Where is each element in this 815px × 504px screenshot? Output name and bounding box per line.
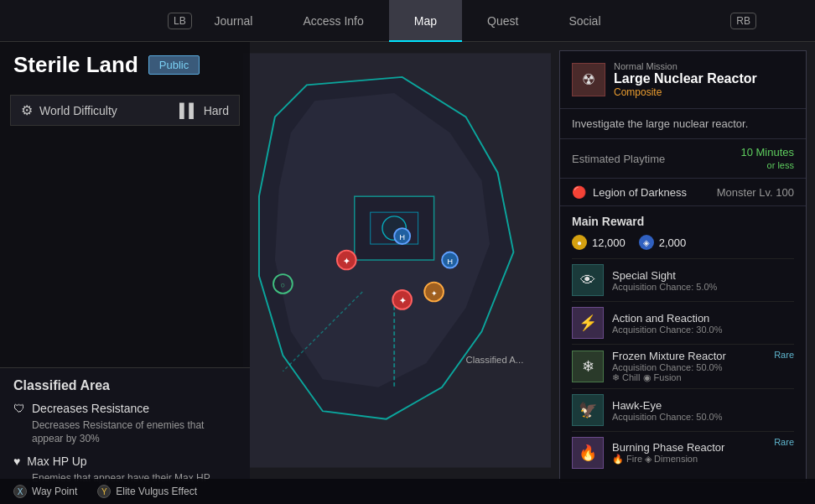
svg-text:○: ○	[281, 280, 286, 289]
classified-area-title: Classified Area	[13, 378, 236, 393]
rare-badge: Rare	[774, 437, 794, 447]
svg-text:✦: ✦	[399, 296, 407, 305]
reward-chance: Acquisition Chance: 30.0%	[612, 325, 794, 335]
reward-list: 👁 Special Sight Acquisition Chance: 5.0%…	[572, 258, 794, 474]
lb-button[interactable]: LB	[168, 13, 192, 29]
reward-chance: Acquisition Chance: 50.0%	[612, 362, 794, 372]
difficulty-label: World Difficulty	[39, 104, 117, 117]
reward-name: Special Sight	[612, 269, 794, 282]
enemy-icon: 🔴	[572, 185, 586, 199]
reward-item: ⚡ Action and Reaction Acquisition Chance…	[572, 301, 794, 344]
reward-thumbnail: 🦅	[572, 394, 604, 426]
reward-thumbnail: 👁	[572, 264, 604, 296]
reward-item: ❄ Frozen Mixture Reactor Acquisition Cha…	[572, 344, 794, 388]
page-title: Sterile Land	[13, 52, 138, 78]
world-difficulty-bar: ⚙ World Difficulty ▌▌ Hard	[10, 95, 240, 126]
reward-title: Main Reward	[572, 215, 794, 228]
x-button[interactable]: X	[13, 485, 27, 498]
reward-coins: ● 12,000 ◈ 2,000	[572, 235, 794, 250]
resistance-icon: 🛡	[13, 402, 25, 415]
playtime-row: Estimated Playtime 10 Minutes or less	[560, 139, 806, 179]
reward-thumbnail: ❄	[572, 351, 604, 382]
reward-tags: ❄ Chill ◉ Fusion	[612, 372, 794, 383]
waypoint-label: Way Point	[32, 486, 77, 497]
gold-coin-icon: ●	[572, 235, 587, 250]
mission-tag: Composite	[614, 86, 757, 98]
difficulty-icon: ⚙	[21, 102, 33, 118]
enemy-row: 🔴 Legion of Darkness Monster Lv. 100	[560, 179, 806, 206]
reward-chance: Acquisition Chance: 5.0%	[612, 282, 794, 292]
right-panel: ☢ Normal Mission Large Nuclear Reactor C…	[559, 50, 807, 483]
mission-icon: ☢	[572, 63, 605, 96]
elite-item: Y Elite Vulgus Effect	[97, 485, 197, 498]
world-header: Sterile Land Public	[0, 42, 250, 95]
svg-text:H: H	[447, 257, 453, 266]
reward-item: 👁 Special Sight Acquisition Chance: 5.0%	[572, 258, 794, 301]
reward-info: Frozen Mixture Reactor Acquisition Chanc…	[612, 350, 794, 383]
top-navigation: LB Journal Access Info Map Quest Social …	[0, 0, 815, 42]
reward-section: Main Reward ● 12,000 ◈ 2,000 👁 Special S…	[560, 206, 806, 482]
hp-icon: ♥	[13, 455, 20, 468]
reward-item: 🦅 Hawk-Eye Acquisition Chance: 50.0%	[572, 388, 794, 431]
reward-info: Action and Reaction Acquisition Chance: …	[612, 312, 794, 335]
resistance-buff-name: Decreases Resistance	[32, 402, 149, 415]
enemy-name: Legion of Darkness	[593, 186, 687, 199]
nav-access-info[interactable]: Access Info	[278, 0, 388, 42]
blue-coin-item: ◈ 2,000	[639, 235, 687, 250]
playtime-label: Estimated Playtime	[572, 153, 665, 165]
reward-info: Hawk-Eye Acquisition Chance: 50.0%	[612, 399, 794, 422]
resistance-buff-desc: Decreases Resistance of enemies that app…	[13, 418, 236, 447]
elite-label: Elite Vulgus Effect	[116, 486, 197, 497]
reward-thumbnail: 🔥	[572, 437, 604, 469]
mission-type: Normal Mission	[614, 61, 757, 71]
waypoint-item: X Way Point	[13, 485, 77, 498]
reward-thumbnail: ⚡	[572, 307, 604, 339]
public-badge: Public	[148, 55, 200, 75]
reward-name: Burning Phase Reactor	[612, 441, 794, 454]
mission-header: ☢ Normal Mission Large Nuclear Reactor C…	[560, 51, 806, 109]
mission-description: Investigate the large nuclear reactor.	[560, 109, 806, 139]
gold-amount: 12,000	[592, 236, 626, 249]
left-panel: Sterile Land Public ⚙ World Difficulty ▌…	[0, 42, 250, 504]
svg-text:✦: ✦	[431, 288, 438, 298]
rb-button[interactable]: RB	[730, 13, 756, 29]
bottom-bar: X Way Point Y Elite Vulgus Effect	[0, 479, 815, 504]
reward-info: Burning Phase Reactor 🔥 Fire ◈ Dimension	[612, 441, 794, 465]
difficulty-value: Hard	[204, 104, 229, 117]
reward-name: Frozen Mixture Reactor	[612, 350, 794, 362]
reward-item: 🔥 Burning Phase Reactor 🔥 Fire ◈ Dimensi…	[572, 431, 794, 474]
svg-text:H: H	[399, 232, 405, 242]
main-area: ✦ ✦ H ✦ ○ H Classified A... Sterile Land…	[0, 42, 815, 504]
reward-name: Action and Reaction	[612, 312, 794, 325]
buff-item-resistance: 🛡 Decreases Resistance Decreases Resista…	[13, 402, 236, 447]
reward-info: Special Sight Acquisition Chance: 5.0%	[612, 269, 794, 292]
svg-text:✦: ✦	[343, 257, 350, 266]
reward-tags: 🔥 Fire ◈ Dimension	[612, 454, 794, 465]
rare-badge: Rare	[774, 350, 794, 360]
reward-chance: Acquisition Chance: 50.0%	[612, 412, 794, 422]
difficulty-bars-icon: ▌▌	[179, 103, 199, 118]
blue-amount: 2,000	[659, 236, 687, 249]
enemy-level: Monster Lv. 100	[717, 186, 794, 199]
playtime-value: 10 Minutes or less	[740, 146, 794, 171]
hp-buff-name: Max HP Up	[27, 455, 86, 468]
y-button[interactable]: Y	[97, 485, 111, 498]
reward-name: Hawk-Eye	[612, 399, 794, 412]
nav-quest[interactable]: Quest	[462, 0, 543, 42]
nav-map[interactable]: Map	[389, 0, 462, 42]
mission-name: Large Nuclear Reactor	[614, 71, 757, 86]
map-svg: ✦ ✦ H ✦ ○ H Classified A...	[243, 42, 551, 479]
nav-journal[interactable]: Journal	[189, 0, 278, 42]
gold-coin-item: ● 12,000	[572, 235, 626, 250]
nav-social[interactable]: Social	[543, 0, 626, 42]
svg-text:Classified A...: Classified A...	[466, 355, 524, 365]
blue-coin-icon: ◈	[639, 235, 654, 250]
